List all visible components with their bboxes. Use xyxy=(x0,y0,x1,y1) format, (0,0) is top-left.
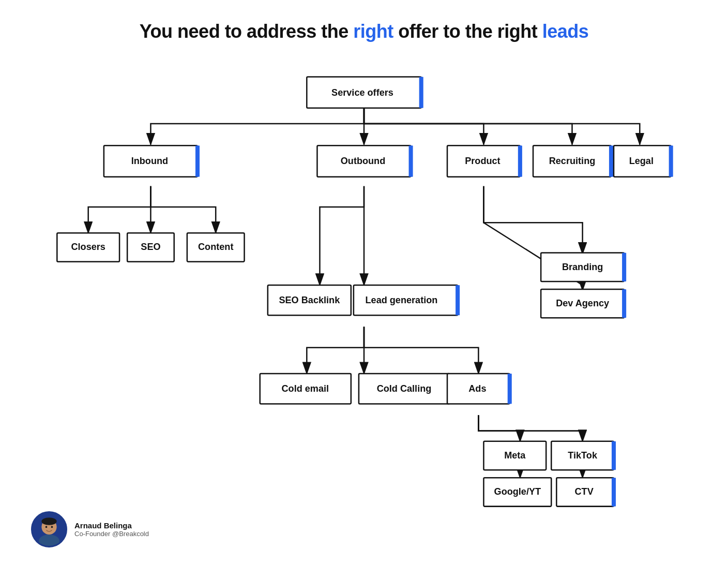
node-ads: Ads xyxy=(447,374,512,404)
author-name: Arnaud Belinga xyxy=(74,521,149,530)
svg-rect-26 xyxy=(508,374,512,404)
svg-rect-6 xyxy=(409,145,413,176)
avatar xyxy=(31,511,67,547)
seo-label: SEO xyxy=(141,242,160,252)
node-legal: Legal xyxy=(614,145,673,176)
svg-rect-2 xyxy=(419,77,423,108)
dev-agency-label: Dev Agency xyxy=(556,298,609,308)
closers-label: Closers xyxy=(71,242,105,252)
svg-rect-10 xyxy=(609,145,613,176)
ads-label: Ads xyxy=(468,383,486,394)
author-role: Co-Founder @Breakcold xyxy=(74,530,149,538)
svg-rect-29 xyxy=(612,441,616,470)
highlight-right: right xyxy=(353,21,393,42)
node-seo-backlink: SEO Backlink xyxy=(268,285,351,315)
node-content: Content xyxy=(187,233,245,261)
node-outbound: Outbound xyxy=(317,145,413,176)
node-dev-agency: Dev Agency xyxy=(541,289,626,318)
svg-rect-20 xyxy=(622,253,626,282)
svg-rect-22 xyxy=(622,289,626,318)
footer-text: Arnaud Belinga Co-Founder @Breakcold xyxy=(74,521,149,538)
seo-backlink-label: SEO Backlink xyxy=(279,295,340,305)
service-offers-label: Service offers xyxy=(331,87,393,98)
node-ctv: CTV xyxy=(556,478,616,506)
recruiting-label: Recruiting xyxy=(549,156,596,166)
node-cold-email: Cold email xyxy=(260,374,351,404)
main-title: You need to address the right offer to t… xyxy=(31,21,697,42)
page-container: You need to address the right offer to t… xyxy=(0,0,728,563)
diagram-container: Service offers Inbound Outbound Product xyxy=(31,58,697,517)
node-inbound: Inbound xyxy=(104,145,200,176)
node-tiktok: TikTok xyxy=(551,441,616,470)
svg-point-34 xyxy=(39,535,59,547)
meta-label: Meta xyxy=(504,450,526,461)
svg-rect-4 xyxy=(195,145,200,176)
legal-label: Legal xyxy=(629,156,654,166)
cold-calling-label: Cold Calling xyxy=(377,383,432,394)
node-google-yt: Google/YT xyxy=(483,478,551,506)
svg-rect-18 xyxy=(456,285,460,315)
svg-point-38 xyxy=(51,526,53,528)
node-lead-generation: Lead generation xyxy=(354,285,460,315)
highlight-leads: leads xyxy=(542,21,589,42)
node-seo: SEO xyxy=(127,233,174,261)
tiktok-label: TikTok xyxy=(568,450,598,461)
lead-generation-label: Lead generation xyxy=(366,295,438,305)
node-branding: Branding xyxy=(541,253,626,282)
ctv-label: CTV xyxy=(575,486,594,497)
svg-point-36 xyxy=(41,517,56,525)
node-meta: Meta xyxy=(483,441,546,470)
svg-rect-12 xyxy=(669,145,673,176)
outbound-label: Outbound xyxy=(341,156,385,166)
node-cold-calling: Cold Calling xyxy=(359,374,450,404)
inbound-label: Inbound xyxy=(131,156,168,166)
node-service-offers: Service offers xyxy=(307,77,423,108)
google-yt-label: Google/YT xyxy=(494,486,541,497)
branding-label: Branding xyxy=(562,262,603,272)
cold-email-label: Cold email xyxy=(282,383,329,394)
content-label: Content xyxy=(198,242,233,252)
product-label: Product xyxy=(465,156,500,166)
svg-point-37 xyxy=(46,526,48,528)
svg-rect-32 xyxy=(612,478,616,506)
svg-rect-8 xyxy=(518,145,522,176)
node-recruiting: Recruiting xyxy=(533,145,613,176)
node-closers: Closers xyxy=(57,233,119,261)
footer: Arnaud Belinga Co-Founder @Breakcold xyxy=(31,511,149,547)
node-product: Product xyxy=(447,145,522,176)
